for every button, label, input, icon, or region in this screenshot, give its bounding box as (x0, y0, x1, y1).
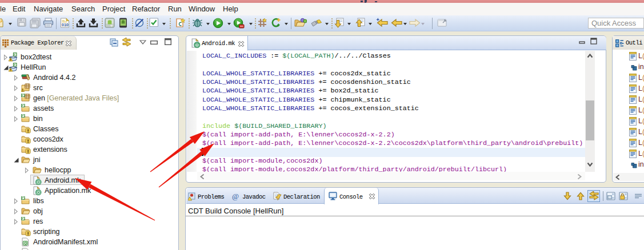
svg-text:010: 010 (62, 23, 69, 27)
